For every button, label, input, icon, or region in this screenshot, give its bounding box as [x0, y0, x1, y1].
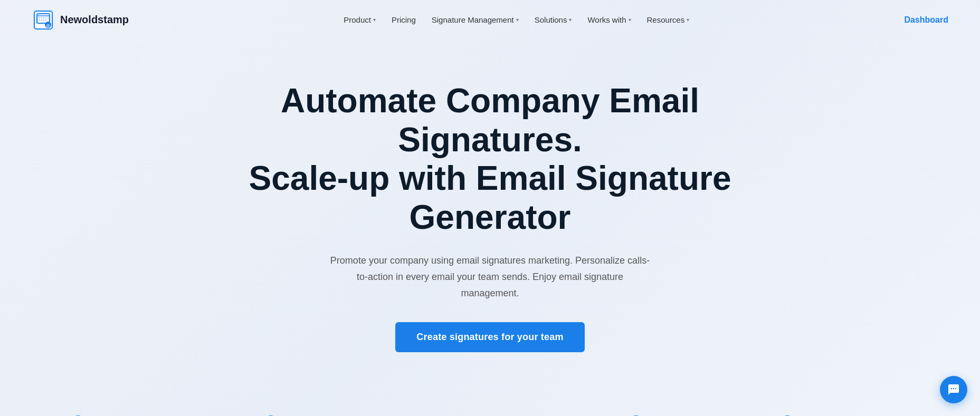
- nav-link-solutions[interactable]: Solutions ▾: [528, 11, 578, 28]
- cta-button[interactable]: Create signatures for your team: [395, 322, 584, 352]
- hero-title: Automate Company Email Signatures. Scale…: [200, 82, 781, 237]
- nav-link-resources[interactable]: Resources ▾: [641, 11, 696, 28]
- svg-point-8: [951, 388, 952, 389]
- nav-item-pricing[interactable]: Pricing: [385, 11, 422, 28]
- svg-text:@: @: [46, 23, 50, 28]
- chat-button[interactable]: [940, 376, 967, 403]
- nav-link-works-with[interactable]: Works with ▾: [581, 11, 637, 28]
- logo-icon: @: [32, 8, 55, 32]
- chevron-down-icon: ▾: [629, 17, 631, 23]
- dashboard-button[interactable]: Dashboard: [904, 15, 948, 25]
- nav-item-solutions[interactable]: Solutions ▾: [528, 11, 578, 28]
- nav-link-product[interactable]: Product ▾: [337, 11, 382, 28]
- navbar: @ Newoldstamp Product ▾ Pricing Signatur…: [0, 0, 980, 40]
- features-row: ✓ Company signatures central management …: [0, 384, 980, 416]
- svg-point-9: [953, 388, 954, 389]
- logo[interactable]: @ Newoldstamp: [32, 8, 129, 32]
- nav-links: Product ▾ Pricing Signature Management ▾…: [337, 11, 696, 28]
- hero-section: Automate Company Email Signatures. Scale…: [0, 40, 980, 384]
- hero-subtitle: Promote your company using email signatu…: [327, 253, 654, 301]
- nav-item-works-with[interactable]: Works with ▾: [581, 11, 637, 28]
- chat-icon: [947, 383, 960, 396]
- chevron-down-icon: ▾: [373, 17, 376, 23]
- nav-link-pricing[interactable]: Pricing: [385, 11, 422, 28]
- logo-text: Newoldstamp: [60, 14, 129, 26]
- svg-point-10: [955, 388, 956, 389]
- nav-item-product[interactable]: Product ▾: [337, 11, 382, 28]
- chevron-down-icon: ▾: [516, 17, 519, 23]
- nav-link-signature-management[interactable]: Signature Management ▾: [425, 11, 525, 28]
- nav-item-signature-management[interactable]: Signature Management ▾: [425, 11, 525, 28]
- nav-item-resources[interactable]: Resources ▾: [641, 11, 696, 28]
- chevron-down-icon: ▾: [687, 17, 689, 23]
- chevron-down-icon: ▾: [569, 17, 572, 23]
